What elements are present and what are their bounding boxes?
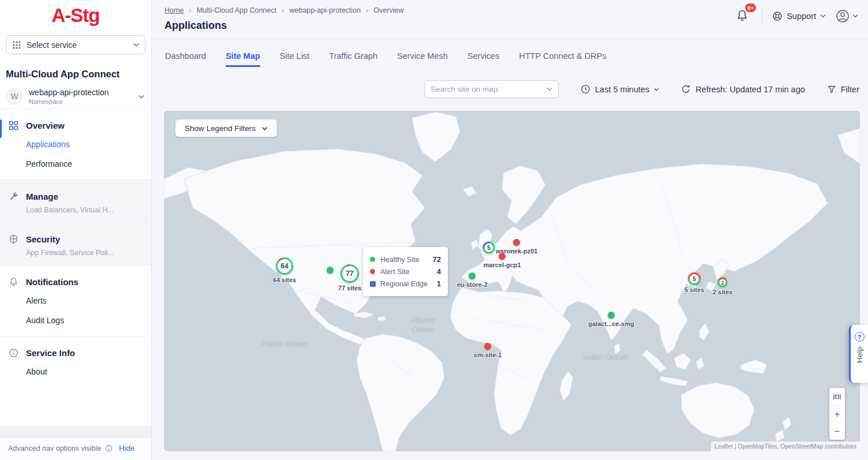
cluster-label: 5 sites — [684, 286, 704, 293]
map-attribution[interactable]: Leaflet | OpenMapTiles, OpenStreetMap co… — [711, 442, 860, 451]
legend-row-alert: Alert Site 4 — [370, 265, 441, 278]
breadcrumb-home[interactable]: Home — [164, 6, 184, 14]
show-legend-filters-button[interactable]: Show Legend Filters — [175, 119, 277, 137]
header-divider — [762, 9, 762, 24]
cluster-count: 64 — [276, 257, 293, 275]
breadcrumb-overview[interactable]: Overview — [373, 6, 403, 14]
site-label: eu-store-2 — [457, 281, 487, 288]
nav-section-manage: Manage Load Balancers, Virtual H... — [0, 180, 151, 222]
site-label: sm-site-1 — [474, 351, 502, 358]
chevron-down-icon[interactable] — [547, 87, 552, 91]
sidebar-item-overview[interactable]: Overview — [0, 117, 151, 134]
cluster-count: 77 — [341, 264, 359, 283]
active-section-indicator — [0, 119, 2, 138]
legend-label: Regional Edge — [380, 280, 435, 288]
sidebar-item-audit-logs[interactable]: Audit Logs — [0, 311, 151, 330]
namespace-avatar: W — [6, 88, 23, 105]
search-site-input[interactable] — [431, 85, 543, 94]
page-header: Home › Multi-Cloud App Connect › webapp-… — [152, 0, 868, 39]
tab-service-mesh[interactable]: Service Mesh — [397, 51, 448, 67]
sidebar-item-applications[interactable]: Applications — [0, 134, 151, 154]
advanced-nav-text: Advanced nav options visible — [8, 444, 101, 452]
tab-dashboard[interactable]: Dashboard — [165, 51, 206, 67]
refresh-button[interactable]: Refresh: Updated 17 min ago — [681, 84, 805, 94]
tab-bar: Dashboard Site Map Site List Traffic Gra… — [152, 39, 868, 67]
tab-http-connect-drps[interactable]: HTTP Connect & DRPs — [519, 51, 606, 67]
tab-traffic-graph[interactable]: Traffic Graph — [329, 51, 377, 67]
legend-label: Healthy Site — [380, 256, 431, 264]
legend-row-healthy: Healthy Site 72 — [370, 253, 441, 265]
sidebar-item-performance[interactable]: Performance — [0, 154, 151, 174]
healthy-site-dot-icon — [370, 257, 375, 262]
sidebar-footer: Advanced nav options visible Hide — [0, 437, 151, 460]
overview-label: Overview — [26, 121, 65, 130]
namespace-selector[interactable]: W webapp-api-protection Namespace — [0, 82, 151, 109]
help-label: Help — [855, 347, 864, 363]
filter-button[interactable]: Filter — [827, 85, 859, 94]
sidebar-item-alerts[interactable]: Alerts — [0, 291, 151, 311]
select-service-dropdown[interactable]: Select service — [6, 35, 145, 54]
sidebar-item-security[interactable]: Security — [0, 230, 151, 248]
namespace-name: webapp-api-protection — [29, 88, 133, 97]
sidebar-item-manage[interactable]: Manage — [0, 188, 151, 205]
site-label: marcel-gcp1 — [484, 261, 521, 268]
question-mark-icon: ? — [855, 332, 865, 342]
shield-icon — [9, 234, 18, 244]
legend-value: 1 — [437, 279, 441, 288]
search-site-input-wrap — [424, 80, 559, 98]
refresh-icon — [681, 84, 691, 94]
tab-site-list[interactable]: Site List — [280, 51, 310, 67]
fit-bounds-button[interactable] — [829, 388, 845, 405]
info-icon — [9, 348, 18, 358]
breadcrumb-namespace[interactable]: webapp-api-protection — [289, 6, 361, 14]
cluster-count: 2 — [718, 278, 728, 287]
legend-label: Alert Site — [380, 268, 435, 276]
sidebar-bottom-band — [0, 427, 151, 437]
zoom-in-button[interactable]: + — [829, 405, 845, 422]
legend-value: 4 — [437, 267, 441, 276]
sidebar-item-notifications[interactable]: Notifications — [0, 273, 151, 291]
nav-section-notifications: Notifications Alerts Audit Logs — [0, 265, 151, 336]
sidebar: A-Stg Select service Multi-Cloud App Con… — [0, 0, 152, 460]
map-legend: Healthy Site 72 Alert Site 4 Regional Ed… — [363, 247, 448, 296]
brand-logo: A-Stg — [0, 0, 151, 28]
sidebar-item-service-info[interactable]: Service Info — [0, 344, 151, 362]
support-label: Support — [787, 12, 816, 21]
filter-label: Filter — [841, 85, 859, 94]
nav-section-overview: Overview Applications Performance — [0, 109, 151, 179]
manage-label: Manage — [26, 192, 58, 201]
chevron-down-icon — [654, 88, 659, 91]
notifications-bell-button[interactable]: 9+ — [736, 8, 752, 24]
security-label: Security — [26, 234, 60, 244]
site-map[interactable]: Show Legend Filters Atlantic Ocean Pacif… — [164, 111, 860, 451]
main-content: Home › Multi-Cloud App Connect › webapp-… — [152, 0, 868, 460]
help-tab-button[interactable]: ? Help — [849, 325, 868, 383]
time-range-label: Last 5 minutes — [595, 85, 649, 94]
breadcrumb-multi-cloud-app-connect[interactable]: Multi-Cloud App Connect — [197, 6, 276, 14]
cluster-label: 2 sites — [713, 289, 732, 296]
chevron-down-icon — [133, 43, 139, 47]
time-range-selector[interactable]: Last 5 minutes — [581, 84, 659, 94]
manage-subtitle: Load Balancers, Virtual H... — [0, 205, 151, 216]
select-service-label: Select service — [27, 40, 128, 50]
legend-button-label: Show Legend Filters — [185, 124, 256, 133]
zoom-out-button[interactable]: − — [829, 422, 845, 440]
grid-dots-icon — [12, 40, 21, 50]
breadcrumb-separator: › — [366, 6, 368, 14]
user-avatar-icon — [836, 9, 850, 23]
lifebuoy-icon — [772, 11, 783, 21]
user-account-menu[interactable] — [836, 9, 858, 23]
hide-advanced-nav-button[interactable]: Hide — [119, 444, 134, 452]
filter-funnel-icon — [827, 85, 836, 94]
support-menu[interactable]: Support — [772, 11, 826, 21]
sidebar-item-about[interactable]: About — [0, 362, 151, 382]
tab-services[interactable]: Services — [467, 51, 500, 67]
tab-site-map[interactable]: Site Map — [226, 51, 260, 67]
notifications-label: Notifications — [26, 277, 78, 287]
service-title: Multi-Cloud App Connect — [6, 69, 145, 80]
cluster-label: 64 sites — [273, 276, 296, 283]
bell-icon — [9, 277, 18, 287]
refresh-label: Refresh: Updated 17 min ago — [695, 85, 805, 94]
site-label: galact...ce-smg — [588, 320, 634, 327]
legend-value: 72 — [433, 255, 441, 264]
